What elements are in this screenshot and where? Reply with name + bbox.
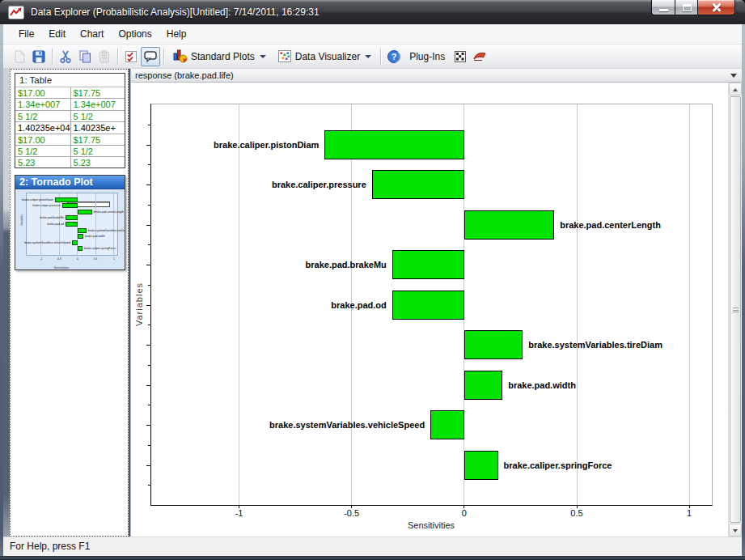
response-selector[interactable]: response (brake.pad.life) <box>131 69 742 83</box>
table-cell: 5.23 <box>15 157 70 168</box>
x-tick-label: -0.5 <box>344 508 359 518</box>
chevron-down-icon <box>260 55 266 58</box>
thumbnail-tornado-body: -1-0.500.51brake.caliper.pistonDiambrake… <box>15 189 125 269</box>
y-axis-tick <box>146 305 150 306</box>
scroll-up-button[interactable] <box>729 83 742 95</box>
toolbar-separator <box>163 49 164 65</box>
new-document-icon <box>12 49 27 64</box>
thumbnail-table-title: 1: Table <box>15 74 125 87</box>
triangle-up-icon <box>733 88 738 91</box>
plot-area: -1-0.500.51brake.caliper.pistonDiambrake… <box>150 104 713 506</box>
new-document-button[interactable] <box>10 47 29 66</box>
menu-edit[interactable]: Edit <box>41 24 73 44</box>
triangle-down-icon <box>733 529 738 532</box>
bar-label: brake.systemVariables.tireDiam <box>528 340 662 350</box>
menu-chart[interactable]: Chart <box>73 24 111 44</box>
table-row: $17.00$17.75 <box>15 87 125 99</box>
x-tick-label: -1 <box>235 508 243 518</box>
tornado-bar <box>62 203 77 208</box>
table-cell: 5 1/2 <box>70 146 125 156</box>
table-row: $17.00$17.75 <box>15 134 125 146</box>
bar-label: brake.systemVariables.vehicleSpeed <box>24 241 70 244</box>
tornado-bar[interactable] <box>392 291 464 320</box>
table-cell: 5 1/2 <box>15 111 70 121</box>
y-axis-tick <box>148 125 150 125</box>
scrollbar-thumb[interactable] <box>730 96 741 523</box>
x-axis-label: Sensitivities <box>408 520 455 530</box>
maximize-button[interactable] <box>675 0 698 15</box>
x-tick-label: 1 <box>687 508 692 518</box>
scrollbar-grip-icon <box>733 308 739 312</box>
y-axis-tick <box>148 205 150 206</box>
sidebar-scrollbar[interactable] <box>3 69 10 537</box>
menu-help[interactable]: Help <box>159 24 194 44</box>
menu-file[interactable]: File <box>11 24 41 44</box>
tornado-bar[interactable] <box>324 130 464 159</box>
grid-line <box>95 193 96 255</box>
menu-bar: File Edit Chart Options Help <box>3 24 742 45</box>
thumbnail-tornado-plot[interactable]: 2: Tornado Plot -1-0.500.51brake.caliper… <box>15 175 125 270</box>
table-row: 5 1/25 1/2 <box>15 146 125 157</box>
table-cell: $17.00 <box>15 87 70 98</box>
y-axis-tick <box>146 465 150 466</box>
checklist-button[interactable] <box>121 47 141 66</box>
window-controls <box>651 0 735 15</box>
y-axis-tick <box>148 325 150 325</box>
tornado-bar[interactable] <box>392 250 464 279</box>
annotation-bubble-button[interactable] <box>141 47 160 66</box>
plugins-grid-button[interactable] <box>451 47 470 66</box>
paste-icon <box>97 49 112 64</box>
bar-label: brake.caliper.pressure <box>272 180 366 189</box>
copy-button[interactable] <box>75 47 95 66</box>
tornado-bar[interactable] <box>372 170 464 199</box>
report-flag-button[interactable] <box>470 47 490 66</box>
data-visualizer-button[interactable]: Data Visualizer <box>272 47 377 66</box>
menu-options[interactable]: Options <box>111 24 159 44</box>
tornado-bar[interactable] <box>464 330 523 359</box>
paste-button[interactable] <box>95 47 114 66</box>
chart-vertical-scrollbar[interactable] <box>728 83 742 537</box>
minimize-button[interactable] <box>651 0 675 15</box>
mini-plot-area: -1-0.500.51brake.caliper.pistonDiambrake… <box>26 193 118 256</box>
plugins-button[interactable]: Plug-Ins <box>404 47 451 66</box>
grid-line <box>577 104 578 505</box>
table-cell: 1.40235e+041 <box>15 122 70 133</box>
data-visualizer-label: Data Visualizer <box>295 51 360 62</box>
report-flag-icon <box>472 49 488 63</box>
y-axis-tick <box>146 225 150 226</box>
bar-label: brake.pad.brakeMu <box>40 217 64 220</box>
thumbnail-table[interactable]: 1: Table $17.00$17.75 1.34e+0071.34e+007… <box>15 73 125 168</box>
minimize-icon <box>659 9 668 11</box>
tornado-bar[interactable] <box>430 410 464 439</box>
tornado-bar[interactable] <box>464 371 502 400</box>
help-button[interactable]: ? <box>384 47 404 66</box>
y-axis-tick <box>146 425 150 426</box>
save-button[interactable] <box>29 47 49 66</box>
copy-icon <box>78 49 92 64</box>
help-icon: ? <box>387 49 401 64</box>
standard-plots-label: Standard Plots <box>191 51 255 62</box>
mini-y-axis-label: Variables <box>20 214 23 226</box>
standard-plots-icon <box>173 49 188 63</box>
table-cell: 1.34e+007 <box>70 99 125 109</box>
x-tick-label: 1 <box>113 257 115 260</box>
cut-button[interactable] <box>56 47 75 66</box>
tornado-bar <box>66 222 77 227</box>
bar-label: brake.systemVariables.vehicleSpeed <box>269 420 425 430</box>
tornado-bar[interactable] <box>464 210 554 240</box>
speech-bubble-icon <box>143 49 158 64</box>
status-bar: For Help, press F1 <box>3 537 742 556</box>
close-button[interactable] <box>698 0 735 15</box>
bar-label: brake.caliper.pressure <box>33 204 61 207</box>
bar-label: brake.pad.width <box>508 380 576 390</box>
cut-icon <box>58 49 73 64</box>
table-row: 5 1/25 1/2 <box>15 111 125 122</box>
window-border <box>0 556 745 560</box>
standard-plots-button[interactable]: Standard Plots <box>167 47 272 66</box>
table-row: 1.40235e+0411.40235e+ <box>15 122 125 134</box>
tornado-bar[interactable] <box>464 451 498 480</box>
plugins-label: Plug-Ins <box>409 51 445 62</box>
tornado-bar <box>78 246 83 251</box>
y-axis-tick <box>148 405 150 405</box>
scroll-down-button[interactable] <box>729 524 742 537</box>
